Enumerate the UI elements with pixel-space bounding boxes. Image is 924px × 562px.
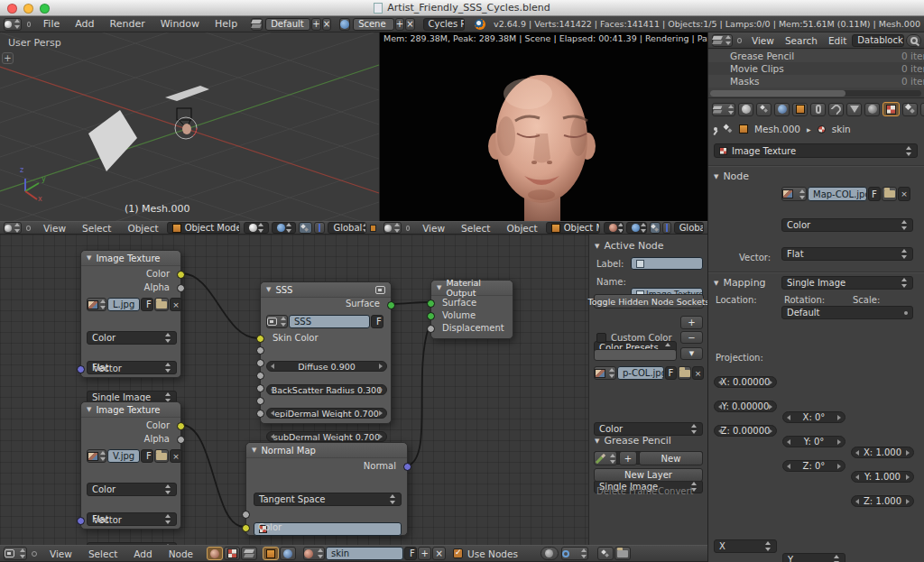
close-window-icon[interactable]: [7, 4, 17, 14]
open-image-button[interactable]: [154, 449, 169, 463]
add-preset-button[interactable]: +: [680, 316, 703, 329]
unlink-image-button[interactable]: ×: [170, 298, 182, 311]
open-image-button[interactable]: [154, 298, 169, 311]
node-menu-node[interactable]: Node: [161, 548, 201, 559]
tab-material[interactable]: [864, 103, 880, 116]
world-shader-button[interactable]: [280, 547, 296, 560]
vector-select[interactable]: Default: [781, 306, 913, 319]
header-collapse-icon[interactable]: [27, 22, 31, 27]
color-space-select[interactable]: Color: [594, 422, 703, 436]
image-texture-node-1[interactable]: ▼Image Texture Color Alpha L.jpg F × Col…: [80, 250, 181, 378]
fake-user-button[interactable]: F: [141, 298, 153, 311]
epidermal-slider[interactable]: epiDermal Weight 0.700: [266, 408, 387, 419]
object-shader-button[interactable]: [263, 547, 279, 560]
screen-layout-selector[interactable]: Default: [265, 18, 310, 31]
add-scene-button[interactable]: +: [395, 18, 404, 31]
image-browse-button[interactable]: [87, 449, 106, 463]
proportional-edit-button[interactable]: [541, 547, 559, 560]
outliner-row-movie-clips[interactable]: Movie Clips 0 items: [708, 62, 924, 75]
image-browse-button[interactable]: [781, 187, 807, 201]
texture-type-selector[interactable]: Image Texture: [714, 143, 918, 158]
diffuse-slider[interactable]: Diffuse 0.900: [266, 361, 387, 372]
menu-file[interactable]: File: [36, 18, 67, 30]
node-editor[interactable]: ▼Image Texture Color Alpha L.jpg F × Col…: [0, 235, 707, 545]
viewport2-menu-object[interactable]: Object: [498, 223, 545, 234]
subdermal-input-socket[interactable]: [256, 384, 264, 392]
head-mesh-mini[interactable]: [182, 124, 191, 134]
viewport2-menu-view[interactable]: View: [414, 223, 453, 234]
image-name-field[interactable]: V.jpg: [107, 449, 140, 463]
node-color-swatch[interactable]: [594, 349, 677, 361]
properties-type-selector[interactable]: [712, 103, 735, 116]
mode-selector-2[interactable]: Object Mode: [546, 222, 600, 234]
outliner-scrollbar-thumb[interactable]: [710, 90, 845, 97]
node-menu-select[interactable]: Select: [80, 548, 125, 559]
material-fake-user-button[interactable]: F: [404, 547, 417, 560]
location-y-field[interactable]: Y: 0.00000: [714, 401, 777, 412]
outliner-collapse-icon[interactable]: [737, 38, 742, 43]
outliner-row-masks[interactable]: Masks 0 items: [708, 75, 924, 88]
render-anim-button[interactable]: [614, 547, 631, 560]
node-header-collapse-icon[interactable]: [32, 551, 37, 557]
image-name-field[interactable]: L.jpg: [107, 298, 140, 311]
skin-color-input-socket[interactable]: [256, 335, 264, 343]
node-panel-header[interactable]: ▼Node: [714, 170, 749, 182]
backscatter-input-socket[interactable]: [256, 359, 264, 367]
window-titlebar[interactable]: Artist_Friendly_SSS_Cycles.blend: [0, 0, 924, 16]
viewport2-shading-selector[interactable]: [604, 222, 624, 234]
material-output-node[interactable]: ▼Material Output Surface Volume Displace…: [430, 280, 513, 339]
color-space-select[interactable]: Color: [87, 483, 177, 496]
viewport-menu-object[interactable]: Object: [119, 223, 166, 234]
node-menu-add[interactable]: Add: [125, 548, 160, 559]
surface-output-socket[interactable]: [387, 301, 395, 309]
color-output-socket[interactable]: [177, 271, 185, 279]
extension-select[interactable]: Flat: [781, 247, 913, 261]
new-grease-pencil-button[interactable]: New: [639, 451, 703, 465]
outliner-menu-edit[interactable]: Edit: [823, 35, 852, 46]
tab-world[interactable]: [774, 103, 790, 116]
outliner-menu-search[interactable]: Search: [780, 35, 823, 46]
tab-constraints[interactable]: [810, 103, 826, 116]
sss-group-node[interactable]: ▼SSS Surface SSS F Skin Color Diffuse 0.…: [260, 281, 392, 424]
menu-add[interactable]: Add: [68, 18, 101, 30]
breadcrumb-object[interactable]: Mesh.000: [754, 124, 800, 134]
node-group-icon[interactable]: [375, 286, 385, 294]
render-still-button[interactable]: [597, 547, 614, 560]
compositing-nodes-button[interactable]: [241, 547, 257, 560]
epidermal-input-socket[interactable]: [256, 372, 264, 380]
backscatter-slider[interactable]: BackScatter Radius 0.300: [266, 384, 387, 395]
breadcrumb-material[interactable]: skin: [832, 124, 851, 134]
viewport-editor-selector[interactable]: [4, 222, 22, 234]
delete-layout-button[interactable]: ×: [322, 18, 331, 31]
material-name-field[interactable]: skin: [326, 547, 403, 560]
viewport-header-collapse-icon[interactable]: [26, 226, 31, 231]
outliner-type-selector[interactable]: [712, 34, 733, 47]
new-layer-button[interactable]: New Layer: [594, 468, 703, 482]
open-image-button[interactable]: [882, 187, 897, 201]
delete-frame-button[interactable]: Delete Frame: [596, 486, 657, 496]
volume-input-socket[interactable]: [427, 312, 435, 320]
preset-menu-button[interactable]: ▼: [680, 347, 703, 360]
tab-texture[interactable]: [882, 102, 900, 116]
viewport2-menu-select[interactable]: Select: [453, 223, 498, 234]
diffuse-input-socket[interactable]: [256, 346, 264, 355]
remove-preset-button[interactable]: −: [680, 331, 703, 344]
viewport-menu-view[interactable]: View: [35, 223, 74, 234]
material-browse-button[interactable]: [303, 547, 325, 560]
image-texture-node-2[interactable]: ▼Image Texture Color Alpha V.jpg F × Col…: [80, 401, 181, 530]
alpha-output-socket[interactable]: [177, 284, 185, 292]
screen-layout-icon-button[interactable]: [251, 18, 263, 31]
active-node-panel-header[interactable]: ▼Active Node: [595, 240, 664, 252]
unlink-image-button[interactable]: ×: [898, 187, 910, 201]
scene-icon-button[interactable]: [339, 18, 350, 31]
subdermal-slider[interactable]: subDermal Weight 0.700: [266, 431, 387, 442]
space-select[interactable]: Tangent Space: [254, 493, 402, 506]
outliner-display-mode[interactable]: Datablocks: [852, 34, 904, 47]
tab-render[interactable]: [738, 103, 753, 116]
displacement-input-socket[interactable]: [427, 325, 435, 333]
manipulator-toggle[interactable]: [299, 222, 311, 234]
manipulator-axis-button[interactable]: [314, 222, 326, 234]
pin-icon[interactable]: [714, 127, 717, 131]
specular-intense-input-socket[interactable]: [256, 410, 264, 418]
add-grease-pencil-button[interactable]: +: [619, 451, 637, 465]
